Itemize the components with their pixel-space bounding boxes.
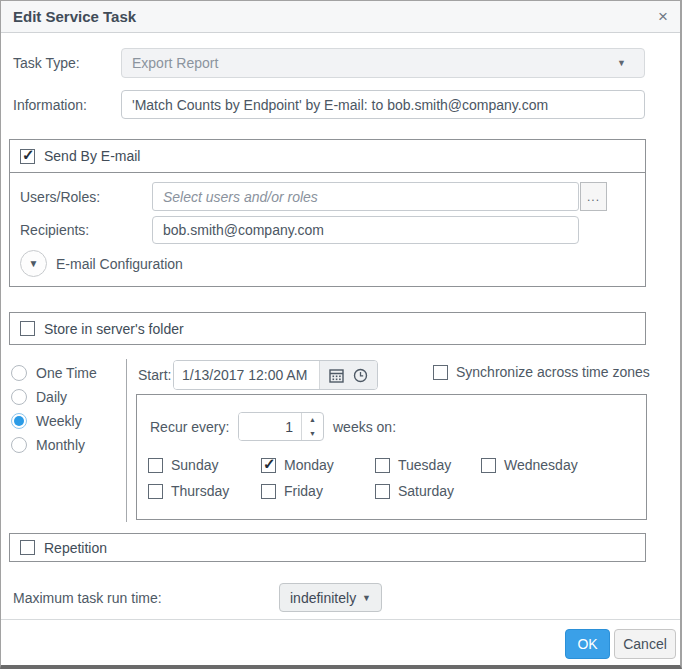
calendar-icon[interactable] [329, 368, 344, 383]
radio-row-monthly[interactable]: Monthly [11, 433, 97, 457]
radio-one-time[interactable] [11, 365, 27, 381]
dialog-titlebar: Edit Service Task × [1, 1, 680, 33]
dialog-title: Edit Service Task [13, 8, 136, 25]
repetition-label: Repetition [44, 540, 107, 556]
recur-every-label: Recur every: [150, 419, 229, 435]
checkbox-saturday[interactable] [375, 484, 390, 499]
frequency-options: One Time Daily Weekly Monthly [11, 361, 97, 457]
radio-one-time-label: One Time [36, 365, 97, 381]
checkbox-monday[interactable]: ✓ [261, 458, 276, 473]
chevron-down-icon: ▼ [617, 58, 626, 68]
send-by-email-checkbox[interactable]: ✓ [20, 149, 35, 164]
checkbox-sunday[interactable] [148, 458, 163, 473]
checkbox-tuesday[interactable] [375, 458, 390, 473]
radio-monthly[interactable] [11, 437, 27, 453]
ok-button[interactable]: OK [565, 629, 610, 659]
start-datetime-control [173, 360, 378, 390]
browse-users-button[interactable]: ... [580, 182, 607, 211]
radio-row-weekly[interactable]: Weekly [11, 409, 97, 433]
recur-interval-stepper: ▲ ▼ [238, 412, 324, 441]
email-config-label: E-mail Configuration [56, 256, 183, 272]
radio-weekly[interactable] [11, 413, 27, 429]
start-datetime-buttons [319, 361, 377, 389]
sync-timezones-checkbox[interactable] [433, 365, 448, 380]
label-friday: Friday [284, 483, 323, 499]
send-by-email-header: ✓ Send By E-mail [10, 140, 645, 173]
users-roles-label: Users/Roles: [20, 189, 100, 205]
label-thursday: Thursday [171, 483, 229, 499]
store-folder-checkbox[interactable] [20, 321, 35, 336]
task-type-select: Export Report ▼ [121, 48, 645, 78]
day-wednesday[interactable]: Wednesday [481, 455, 578, 475]
repetition-header: Repetition [10, 534, 645, 561]
start-label: Start: [138, 367, 171, 383]
stepper-down-icon[interactable]: ▼ [302, 427, 323, 441]
store-folder-label: Store in server's folder [44, 321, 184, 337]
send-by-email-label: Send By E-mail [44, 148, 140, 164]
radio-row-daily[interactable]: Daily [11, 385, 97, 409]
store-folder-header: Store in server's folder [10, 313, 645, 344]
label-sunday: Sunday [171, 457, 218, 473]
checkbox-friday[interactable] [261, 484, 276, 499]
label-saturday: Saturday [398, 483, 454, 499]
repetition-group: Repetition [9, 533, 646, 562]
check-icon: ✓ [263, 455, 276, 473]
day-thursday[interactable]: Thursday [148, 481, 261, 501]
recipients-input[interactable] [152, 216, 579, 244]
day-friday[interactable]: Friday [261, 481, 375, 501]
repetition-checkbox[interactable] [20, 540, 35, 555]
stepper-buttons: ▲ ▼ [301, 413, 323, 440]
radio-monthly-label: Monthly [36, 437, 85, 453]
cancel-button[interactable]: Cancel [614, 629, 676, 659]
edit-service-task-dialog: Edit Service Task × Task Type: Export Re… [0, 0, 682, 669]
radio-row-one-time[interactable]: One Time [11, 361, 97, 385]
clock-icon[interactable] [353, 368, 368, 383]
checkbox-wednesday[interactable] [481, 458, 496, 473]
radio-weekly-label: Weekly [36, 413, 82, 429]
day-tuesday[interactable]: Tuesday [375, 455, 481, 475]
information-label: Information: [13, 97, 87, 113]
weekly-recurrence-group: Recur every: ▲ ▼ weeks on: Sunday ✓ Mond… [136, 394, 647, 520]
vertical-divider [126, 359, 127, 522]
task-type-value: Export Report [132, 55, 218, 71]
footer-divider [1, 619, 680, 620]
day-sunday[interactable]: Sunday [148, 455, 261, 475]
stepper-up-icon[interactable]: ▲ [302, 413, 323, 427]
recipients-label: Recipients: [20, 222, 89, 238]
email-config-expander-button[interactable]: ▼ [20, 250, 47, 277]
users-roles-input[interactable] [152, 182, 579, 211]
weekday-checkboxes: Sunday ✓ Monday Tuesday Wednesday Thursd… [148, 455, 578, 501]
store-folder-group: Store in server's folder [9, 312, 646, 345]
information-input[interactable] [121, 90, 645, 119]
recur-interval-input[interactable] [239, 413, 301, 440]
day-saturday[interactable]: Saturday [375, 481, 481, 501]
day-monday[interactable]: ✓ Monday [261, 455, 375, 475]
checkbox-thursday[interactable] [148, 484, 163, 499]
label-monday: Monday [284, 457, 334, 473]
radio-daily-label: Daily [36, 389, 67, 405]
chevron-down-icon: ▼ [362, 593, 371, 603]
task-type-label: Task Type: [13, 55, 80, 71]
sync-timezones-label: Synchronize across time zones [456, 364, 650, 380]
send-by-email-group: ✓ Send By E-mail Users/Roles: ... Recipi… [9, 139, 646, 287]
max-run-time-select[interactable]: indefinitely ▼ [279, 583, 382, 612]
label-tuesday: Tuesday [398, 457, 451, 473]
expander-down-icon: ▼ [29, 258, 39, 269]
check-icon: ✓ [22, 146, 35, 164]
start-datetime-input[interactable] [174, 361, 319, 389]
max-run-time-value: indefinitely [290, 590, 356, 606]
weeks-on-label: weeks on: [333, 419, 396, 435]
close-icon[interactable]: × [658, 8, 668, 25]
sync-timezones-row[interactable]: Synchronize across time zones [433, 364, 650, 380]
radio-daily[interactable] [11, 389, 27, 405]
max-run-time-label: Maximum task run time: [13, 590, 162, 606]
label-wednesday: Wednesday [504, 457, 578, 473]
